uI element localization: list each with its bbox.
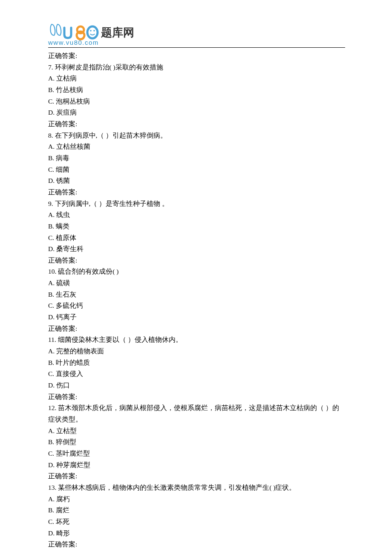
page-container: 题库网 www.vu80.com 正确答案: 7. 环剥树皮是指防治( )采取的… — [0, 0, 392, 555]
text-line: 9. 下列病属中,（ ）是寄生性种子植物 。 — [48, 198, 345, 210]
text-line: C. 坏死 — [48, 516, 345, 528]
text-line: 12. 苗木颈部木质化后，病菌从根部侵入，使根系腐烂，病苗枯死，这是描述苗木立枯… — [48, 402, 345, 425]
text-line: 8. 在下列病原中,（ ）引起苗木猝倒病。 — [48, 130, 345, 142]
text-line: D. 种芽腐烂型 — [48, 460, 345, 471]
text-line: A. 立枯型 — [48, 425, 345, 437]
text-line: D. 钙离子 — [48, 312, 345, 323]
text-line: C. 植原体 — [48, 232, 345, 244]
text-line: A. 立枯病 — [48, 73, 345, 84]
text-line: 正确答案: — [48, 391, 345, 403]
text-line: B. 竹丛枝病 — [48, 84, 345, 96]
text-line: 7. 环剥树皮是指防治( )采取的有效措施 — [48, 62, 345, 73]
text-line: C. 直接侵入 — [48, 368, 345, 380]
text-line: D. 伤口 — [48, 380, 345, 391]
svg-point-3 — [90, 30, 92, 32]
text-line: A. 完整的植物表面 — [48, 346, 345, 357]
header-separator — [48, 47, 345, 48]
svg-point-4 — [93, 30, 95, 32]
text-line: A. 立枯丝核菌 — [48, 141, 345, 153]
text-line: D. 畸形 — [48, 528, 345, 539]
svg-point-2 — [87, 26, 98, 38]
text-line: B. 腐烂 — [48, 505, 345, 516]
text-line: B. 叶片的蜡质 — [48, 357, 345, 369]
text-line: 13. 某些林木感病后，植物体内的生长激素类物质常常失调，引发植物产生( )症状… — [48, 482, 345, 494]
svg-text:www.vu80.com: www.vu80.com — [48, 39, 99, 46]
text-line: A. 腐朽 — [48, 494, 345, 505]
text-line: 正确答案: — [48, 50, 345, 62]
text-line: D. 炭疽病 — [48, 107, 345, 119]
text-line: D. 桑寄生科 — [48, 243, 345, 255]
text-line: 正确答案: — [48, 323, 345, 335]
text-line: 正确答案: — [48, 539, 345, 550]
text-line: 正确答案: — [48, 255, 345, 266]
text-line: 11. 细菌侵染林木主要以（ ）侵入植物休内。 — [48, 334, 345, 346]
text-line: B. 病毒 — [48, 153, 345, 164]
text-line: A. 硫磺 — [48, 278, 345, 289]
text-line: C. 多硫化钙 — [48, 300, 345, 312]
text-line: D. 锈菌 — [48, 175, 345, 187]
logo-area: 题库网 www.vu80.com — [48, 23, 345, 46]
text-line: B. 螨类 — [48, 221, 345, 232]
site-logo: 题库网 www.vu80.com — [48, 23, 142, 46]
text-line: 正确答案: — [48, 119, 345, 130]
svg-text:题库网: 题库网 — [101, 26, 134, 39]
text-line: B. 猝倒型 — [48, 436, 345, 448]
text-line: B. 生石灰 — [48, 289, 345, 301]
text-line: A. 线虫 — [48, 209, 345, 221]
text-line: C. 泡桐丛枝病 — [48, 96, 345, 107]
content-body: 正确答案: 7. 环剥树皮是指防治( )采取的有效措施 A. 立枯病 B. 竹丛… — [48, 50, 345, 550]
text-line: C. 茎叶腐烂型 — [48, 448, 345, 460]
text-line: 正确答案: — [48, 187, 345, 198]
text-line: 正确答案: — [48, 471, 345, 482]
text-line: C. 细菌 — [48, 164, 345, 176]
text-line: 10. 硫合剂的有效成份( ) — [48, 266, 345, 278]
